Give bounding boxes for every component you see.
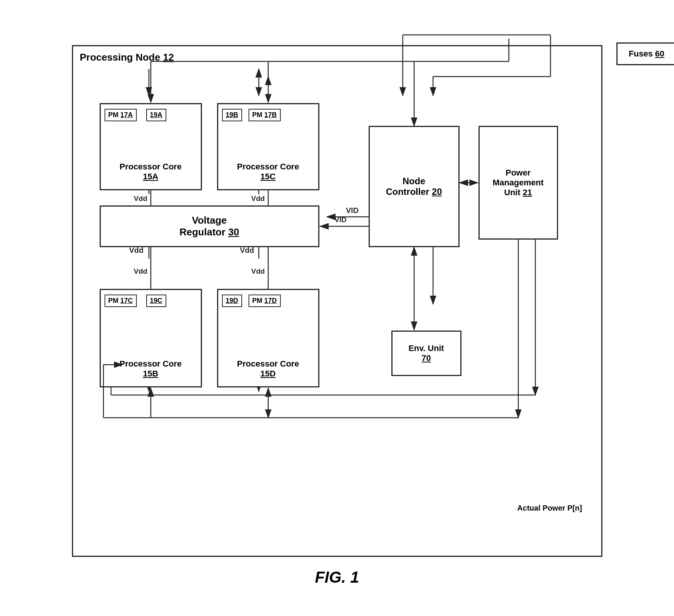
processor-core-15a: PM 17A 19A Processor Core15A xyxy=(100,103,202,190)
power-management-unit: PowerManagementUnit 21 xyxy=(479,126,558,240)
reg-19c: 19C xyxy=(146,295,166,307)
processor-core-15c: 19B PM 17B Processor Core15C xyxy=(217,103,319,190)
svg-text:Vdd: Vdd xyxy=(251,267,265,275)
reg-19d: 19D xyxy=(222,295,242,307)
diagram-wrapper: Processing Node 12 Fuses 60 xyxy=(34,30,640,586)
processor-core-15b: PM 17C 19C Processor Core15B xyxy=(100,289,202,387)
svg-text:Vdd: Vdd xyxy=(134,194,147,202)
processor-core-15d: 19D PM 17D Processor Core15D xyxy=(217,289,319,387)
svg-text:Vdd: Vdd xyxy=(134,267,147,275)
reg-19a: 19A xyxy=(146,109,166,121)
reg-19b: 19B xyxy=(222,109,242,121)
fuses-box: Fuses 60 xyxy=(616,42,674,65)
actual-power-label: Actual Power P[n] xyxy=(517,504,582,513)
figure-label: FIG. 1 xyxy=(315,568,359,586)
voltage-regulator: VoltageRegulator 30 xyxy=(100,205,319,247)
env-unit: Env. Unit70 xyxy=(391,331,461,376)
svg-text:Vdd: Vdd xyxy=(251,194,265,202)
pm-17d: PM 17D xyxy=(249,295,281,307)
node-controller: NodeController 20 xyxy=(369,126,460,247)
main-title: Processing Node 12 xyxy=(80,52,174,63)
pm-17c: PM 17C xyxy=(105,295,137,307)
svg-text:VID: VID xyxy=(335,216,347,224)
pm-17a: PM 17A xyxy=(105,109,137,121)
pm-17b: PM 17B xyxy=(249,109,281,121)
